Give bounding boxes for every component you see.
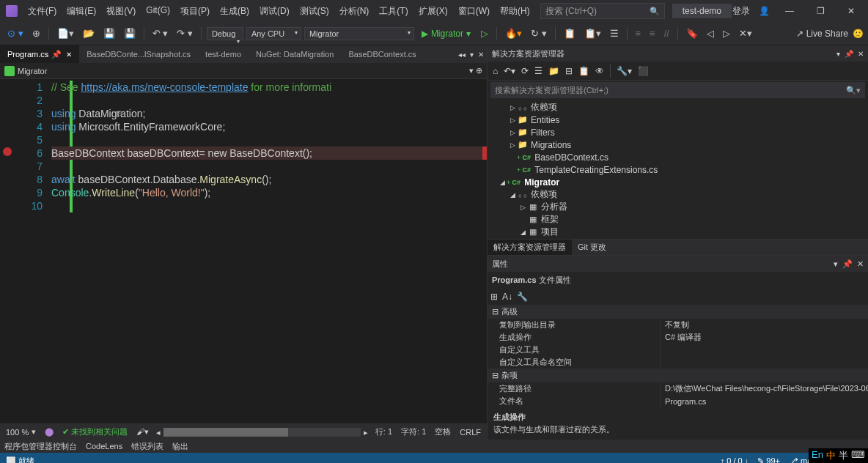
new-item-icon[interactable]: 📄▾ bbox=[54, 26, 77, 41]
property-row[interactable]: 自定义工具命名空间 bbox=[488, 356, 868, 368]
tab-output[interactable]: 输出 bbox=[172, 441, 188, 452]
tab-solution-explorer[interactable]: 解决方案资源管理器 bbox=[488, 240, 572, 255]
git-changes-indicator[interactable]: ↑ 0 / 0 ↓ bbox=[721, 456, 749, 463]
tabs-close-icon[interactable]: ✕ bbox=[478, 51, 484, 59]
tab-package-console[interactable]: 程序包管理器控制台 bbox=[4, 441, 77, 452]
platform-dropdown[interactable]: Any CPU bbox=[246, 27, 301, 40]
start-button[interactable]: ▶ Migrator ▾ bbox=[417, 27, 475, 40]
category-misc[interactable]: ⊟ 杂项 bbox=[488, 368, 868, 382]
undo-icon[interactable]: ↶ ▾ bbox=[150, 26, 172, 41]
tb-icon-1[interactable]: 📋 bbox=[561, 26, 578, 41]
menu-view[interactable]: 视图(V) bbox=[102, 2, 140, 21]
indent-less-icon[interactable]: ≡ bbox=[633, 26, 644, 41]
tree-item[interactable]: ▷📁Entities bbox=[488, 114, 868, 126]
encoding-indicator[interactable]: CRLF bbox=[460, 428, 481, 437]
bookmark-clear-icon[interactable]: ✕▾ bbox=[736, 26, 755, 41]
tab-codelens[interactable]: CodeLens bbox=[86, 442, 122, 451]
zoom-level[interactable]: 100 % ▾ bbox=[6, 427, 36, 437]
ime-bar[interactable]: En 中 半 ⌨ bbox=[809, 448, 868, 463]
menu-test[interactable]: 测试(S) bbox=[295, 2, 334, 21]
menu-file[interactable]: 文件(F) bbox=[23, 2, 61, 21]
tree-item[interactable]: ▷📁Migrations bbox=[488, 138, 868, 151]
tree-item[interactable]: ◢+C#Migrator bbox=[488, 176, 868, 188]
categorize-icon[interactable]: ⊞ bbox=[490, 292, 498, 302]
tree-item[interactable]: ◢▦项目 bbox=[488, 226, 868, 238]
tree-item[interactable]: ▷📁Filters bbox=[488, 126, 868, 138]
h-scrollbar[interactable]: ◂▸ bbox=[163, 428, 361, 437]
preview-icon[interactable]: 👁 bbox=[593, 64, 606, 78]
menu-tools[interactable]: 工具(T) bbox=[375, 2, 412, 21]
filter-icon[interactable]: ☰ bbox=[532, 64, 545, 78]
panel-dropdown-icon[interactable]: ▾ bbox=[836, 50, 840, 58]
paint-icon[interactable]: 🖌▾ bbox=[136, 427, 149, 437]
collapse-icon[interactable]: ⊟ bbox=[116, 107, 122, 120]
menu-debug[interactable]: 调试(D) bbox=[255, 2, 294, 21]
space-indicator[interactable]: 空格 bbox=[435, 426, 451, 437]
tab-program-cs[interactable]: Program.cs📌✕ bbox=[0, 45, 79, 63]
menu-git[interactable]: Git(G) bbox=[141, 2, 174, 21]
nav-split-icon[interactable]: ▾ ⊕ bbox=[469, 66, 482, 75]
config-dropdown[interactable]: Debug bbox=[207, 27, 243, 40]
tree-item[interactable]: +C#BaseDBContext.cs bbox=[488, 151, 868, 163]
tree-item[interactable]: +C#TemplateCreatingExtensions.cs bbox=[488, 163, 868, 176]
property-row[interactable]: 生成操作C# 编译器 bbox=[488, 331, 868, 344]
panel-pin-icon[interactable]: 📌 bbox=[845, 50, 853, 58]
sort-icon[interactable]: A↓ bbox=[502, 292, 512, 302]
sync-icon[interactable]: ⟳ bbox=[519, 64, 531, 78]
tab-error-list[interactable]: 错误列表 bbox=[131, 441, 163, 452]
home-icon[interactable]: ⌂ bbox=[490, 64, 500, 78]
breakpoint-icon[interactable] bbox=[3, 147, 12, 156]
login-link[interactable]: 登录 bbox=[732, 5, 750, 18]
tabs-prev-icon[interactable]: ◂◂ bbox=[458, 51, 466, 59]
props-icon[interactable]: 🔧 bbox=[517, 292, 528, 302]
tree-item[interactable]: ◢⬨⬨依赖项 bbox=[488, 188, 868, 201]
open-icon[interactable]: 📂 bbox=[80, 26, 98, 41]
solution-search[interactable]: 搜索解决方案资源管理器(Ctrl+;) 🔍▾ bbox=[490, 82, 865, 98]
nav-back-icon[interactable]: ⊙ ▾ bbox=[4, 26, 26, 41]
back-icon[interactable]: ↶▾ bbox=[501, 64, 518, 78]
close-icon[interactable]: ✕ bbox=[66, 51, 72, 59]
tree-item[interactable]: ▷▦分析器 bbox=[488, 201, 868, 213]
maximize-button[interactable]: ❐ bbox=[809, 2, 831, 20]
collapse-icon[interactable]: ⊟ bbox=[563, 64, 575, 78]
panel-close-icon[interactable]: ✕ bbox=[858, 50, 864, 58]
save-all-icon[interactable]: 💾 bbox=[121, 26, 139, 41]
menu-edit[interactable]: 编辑(E) bbox=[62, 2, 100, 21]
tab-snapshot[interactable]: BaseDBConte...lSnapshot.cs bbox=[79, 45, 198, 63]
nav-dropdown[interactable]: Migrator bbox=[18, 67, 47, 75]
show-all-icon[interactable]: 📁 bbox=[546, 64, 562, 78]
menu-project[interactable]: 项目(P) bbox=[176, 2, 214, 21]
indent-more-icon[interactable]: ≡ bbox=[647, 26, 658, 41]
hot-reload-icon[interactable]: 🔥▾ bbox=[502, 26, 525, 41]
no-issues-label[interactable]: ✔ 未找到相关问题 bbox=[62, 426, 128, 437]
tab-git-changes[interactable]: Git 更改 bbox=[572, 240, 612, 255]
tab-basedb[interactable]: BaseDBContext.cs bbox=[341, 45, 423, 63]
code-editor[interactable]: 12345678910 ⊟ // See https://aka.ms/new-… bbox=[0, 79, 487, 423]
comment-icon[interactable]: // bbox=[661, 26, 672, 41]
bookmark-icon[interactable]: 🔖 bbox=[683, 26, 701, 41]
nav-forward-icon[interactable]: ⊕ bbox=[29, 26, 43, 41]
redo-icon[interactable]: ↷ ▾ bbox=[174, 26, 196, 41]
property-row[interactable]: 文件名Program.cs bbox=[488, 395, 868, 407]
browser-link-icon[interactable]: ↻ ▾ bbox=[528, 26, 550, 41]
tb-icon-2[interactable]: 📋▾ bbox=[581, 26, 604, 41]
account-icon[interactable]: 👤 bbox=[759, 6, 770, 16]
wrench-icon[interactable]: 🔧▾ bbox=[614, 64, 634, 78]
property-row[interactable]: 完整路径D:\微信\WeChat Files\hecong-cf\FileSto… bbox=[488, 382, 868, 395]
category-advanced[interactable]: ⊟ 高级 bbox=[488, 305, 868, 319]
property-row[interactable]: 复制到输出目录不复制 bbox=[488, 319, 868, 331]
panel-dropdown-icon[interactable]: ▾ bbox=[834, 259, 838, 269]
feedback-icon[interactable]: 🙂 bbox=[853, 29, 864, 39]
char-indicator[interactable]: 字符: 1 bbox=[401, 426, 426, 437]
pin-icon[interactable]: 📌 bbox=[51, 50, 62, 59]
property-row[interactable]: 自定义工具 bbox=[488, 344, 868, 356]
menu-window[interactable]: 窗口(W) bbox=[454, 2, 494, 21]
pending-edits-indicator[interactable]: ✎ 99+ bbox=[757, 456, 780, 464]
tab-demo[interactable]: test-demo bbox=[198, 45, 249, 63]
line-indicator[interactable]: 行: 1 bbox=[375, 426, 392, 437]
global-search[interactable]: 搜索 (Ctrl+Q) 🔍 bbox=[540, 3, 665, 19]
tab-nuget[interactable]: NuGet: DataMigration bbox=[249, 45, 341, 63]
bookmark-next-icon[interactable]: ▷ bbox=[720, 26, 733, 41]
minimize-button[interactable]: — bbox=[779, 2, 801, 20]
startup-dropdown[interactable]: Migrator bbox=[304, 27, 414, 40]
